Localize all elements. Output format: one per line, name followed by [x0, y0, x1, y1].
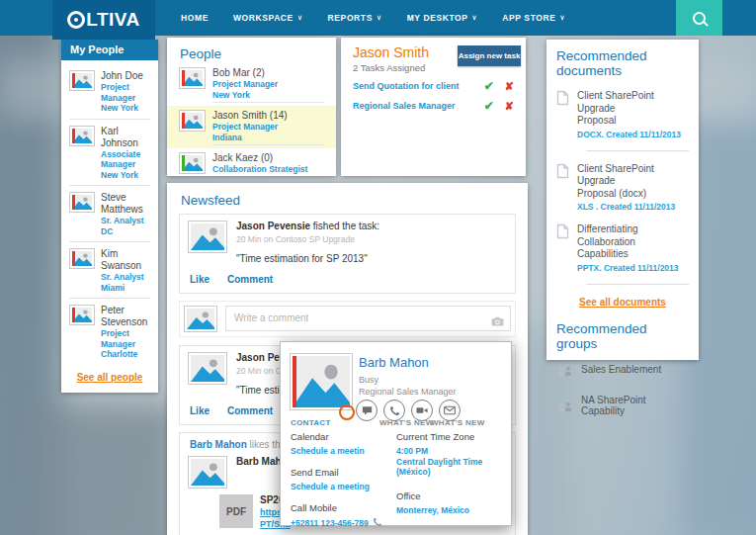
office-location-value: Monterrey, México — [396, 505, 507, 515]
post-author[interactable]: Jason Pevensie — [236, 221, 310, 231]
chevron-down-icon: ∨ — [297, 14, 303, 21]
task-row: Regional Sales Manager ✔ ✘ — [353, 99, 514, 113]
post-action: fished the task: — [310, 221, 379, 231]
person-location: New York — [212, 90, 324, 101]
assign-new-task-button[interactable]: Assign new task — [458, 45, 521, 66]
presence-bar — [72, 251, 75, 266]
recommended-panel: Recommended documents Client SharePoint … — [546, 40, 699, 360]
tab-whats-new-2[interactable]: WHAT'S NEW — [431, 418, 485, 427]
person-name: Steve Matthews — [101, 192, 150, 216]
comment-box: Write a comment — [179, 301, 516, 337]
image-placeholder-icon — [179, 152, 206, 174]
presence-bar — [293, 356, 296, 407]
sidebar-person-peter-stevenson[interactable]: Peter Stevenson Project Manager Charlott… — [69, 299, 150, 365]
people-row-bob-mar[interactable]: Bob Mar (2) Project Manager New York — [167, 63, 336, 106]
logo-o-icon — [67, 11, 85, 29]
nav-menu: HOME WORKSPACE∨ REPORTS∨ MY DESKTOP∨ APP… — [181, 0, 565, 36]
people-row-jason-smith-selected[interactable]: Jason Smith (14) Project Manager Indiana — [167, 106, 336, 148]
comment-placeholder: Write a comment — [234, 307, 308, 330]
search-button[interactable] — [676, 0, 722, 36]
people-panel: People Bob Mar (2) Project Manager New Y… — [167, 38, 336, 176]
sidebar-person-steve-matthews[interactable]: Steve Matthews Sr. Analyst DC — [69, 186, 150, 242]
chat-bubble-icon[interactable] — [356, 400, 378, 421]
tab-contact[interactable]: CONTACT — [291, 418, 331, 427]
document-title[interactable]: Differentiating Collaboration Capabiliti… — [577, 223, 689, 261]
brand-logo[interactable]: LTIVA — [52, 0, 155, 40]
call-phone-icon[interactable] — [373, 517, 382, 529]
person-role: Sr. Analyst — [101, 272, 150, 283]
person-role: Collaboration Strategist — [212, 164, 324, 175]
document-item[interactable]: Differentiating Collaboration Capabiliti… — [556, 223, 689, 273]
nav-item-home[interactable]: HOME — [181, 13, 209, 23]
approve-task-icon[interactable]: ✔ — [484, 79, 494, 93]
call-mobile-label: Call Mobile — [291, 502, 389, 513]
task-link[interactable]: Regional Sales Manager — [353, 101, 484, 111]
tasks-person-name: Jason Smith — [353, 45, 429, 60]
image-placeholder-icon — [69, 192, 95, 213]
person-location: New York — [101, 103, 150, 114]
person-location: New York — [101, 170, 150, 181]
presence-bar — [182, 155, 185, 171]
chevron-down-icon: ∨ — [560, 14, 566, 21]
tab-whats-new-1[interactable]: WHAT'S NEW — [379, 418, 434, 427]
like-link[interactable]: Like — [190, 405, 210, 416]
schedule-meeting-link[interactable]: Schedule a meeting — [291, 482, 389, 491]
recommended-documents-title: Recommended documents — [556, 48, 689, 78]
group-item-na-sharepoint[interactable]: NA SharePoint Capability — [556, 395, 689, 422]
people-group-icon — [556, 400, 573, 417]
liker-name-link[interactable]: Barb Mahon — [190, 439, 247, 450]
document-item[interactable]: Client SharePoint Upgrade Proposal (docx… — [556, 163, 689, 213]
post-meta: 20 Min on Contoso SP Upgrade — [236, 234, 379, 244]
group-name: NA SharePoint Capability — [581, 395, 689, 422]
document-item[interactable]: Client SharePoint Upgrade Proposal DOCX.… — [556, 90, 689, 139]
task-link[interactable]: Send Quotation for client — [353, 81, 484, 91]
sidebar-person-john-doe[interactable]: John Doe Project Manager New York — [69, 64, 150, 120]
document-page-icon — [556, 223, 569, 273]
schedule-meeting-link[interactable]: Schedule a meetin — [291, 446, 389, 456]
reject-task-icon[interactable]: ✘ — [505, 80, 514, 93]
nav-item-my-desktop[interactable]: MY DESKTOP∨ — [407, 13, 478, 23]
person-name: Peter Stevenson — [101, 305, 150, 328]
see-all-documents-link[interactable]: See all documents — [556, 297, 689, 308]
image-placeholder-icon — [179, 110, 206, 132]
group-item-sales-enablement[interactable]: Sales Enablement — [556, 364, 689, 382]
comment-link[interactable]: Comment — [227, 405, 273, 416]
background-blur-shape — [30, 405, 178, 535]
comment-link[interactable]: Comment — [227, 274, 273, 285]
image-placeholder-icon — [290, 353, 353, 410]
mobile-phone-link[interactable]: +52811 123-456-789 — [291, 518, 369, 528]
reject-task-icon[interactable]: ✘ — [505, 100, 514, 113]
nav-item-reports[interactable]: REPORTS∨ — [328, 13, 382, 23]
document-title[interactable]: Client SharePoint Upgrade Proposal — [577, 90, 689, 128]
document-meta: DOCX. Created 11/11/2013 — [577, 130, 689, 139]
people-row-jack-kaez[interactable]: Jack Kaez (0) Collaboration Strategist F… — [167, 148, 336, 176]
person-role: Project Manager — [212, 79, 324, 90]
sidebar-person-karl-johnson[interactable]: Karl Johnson Associate Manager New York — [69, 120, 150, 187]
image-placeholder-icon — [188, 352, 227, 385]
contact-name-link[interactable]: Barb Mahon — [359, 355, 429, 370]
camera-icon[interactable] — [491, 312, 504, 330]
sidebar-person-kim-swanson[interactable]: Kim Swanson Sr. Analyst Miami — [69, 242, 150, 299]
tasks-count-label: 2 Tasks Assigned — [353, 62, 425, 73]
image-placeholder-icon — [69, 248, 95, 269]
selection-ring-indicator — [339, 404, 355, 420]
current-time-value: 4:00 PM — [396, 446, 507, 456]
person-name: Jack Kaez (0) — [212, 152, 324, 164]
presence-bar — [72, 308, 75, 322]
see-all-people-link[interactable]: See all people — [69, 372, 150, 383]
image-placeholder-icon — [69, 70, 95, 91]
nav-item-app-store[interactable]: APP STORE∨ — [502, 13, 565, 23]
document-title[interactable]: Client SharePoint Upgrade Proposal (docx… — [577, 163, 689, 201]
write-comment-input[interactable]: Write a comment — [225, 306, 511, 331]
pdf-file-thumbnail[interactable]: PDF — [219, 494, 253, 528]
image-placeholder-icon — [188, 221, 227, 253]
chevron-down-icon: ∨ — [377, 14, 382, 21]
newsfeed-title: Newsfeed — [167, 183, 528, 214]
task-row: Send Quotation for client ✔ ✘ — [353, 79, 514, 93]
person-name: Jason Smith (14) — [212, 110, 324, 122]
image-placeholder-icon — [69, 305, 95, 325]
nav-item-workspace[interactable]: WORKSPACE∨ — [233, 13, 303, 23]
like-link[interactable]: Like — [190, 274, 210, 285]
logo-text: LTIVA — [86, 9, 140, 31]
approve-task-icon[interactable]: ✔ — [484, 99, 494, 113]
